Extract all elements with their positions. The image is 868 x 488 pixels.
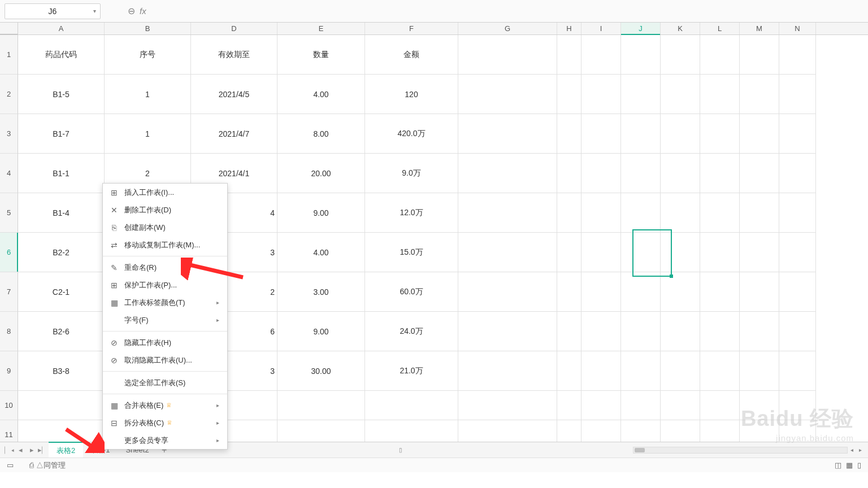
cell[interactable] <box>581 114 621 154</box>
cell[interactable]: 2021/4/5 <box>191 75 277 114</box>
row-header[interactable]: 6 <box>0 233 18 272</box>
cell[interactable] <box>621 75 661 114</box>
col-header-M[interactable]: M <box>740 23 779 34</box>
menu-item[interactable]: ⊘取消隐藏工作表(U)... <box>103 351 227 369</box>
select-all-corner[interactable] <box>0 23 18 34</box>
cell[interactable] <box>621 154 661 193</box>
hscroll-thumb[interactable] <box>635 448 645 452</box>
col-header-G[interactable]: G <box>458 23 557 34</box>
menu-item[interactable]: ⇄移动或复制工作表(M)... <box>103 236 227 254</box>
cell[interactable] <box>458 272 557 312</box>
cell[interactable] <box>581 35 621 75</box>
menu-item[interactable]: ▦工作表标签颜色(T)▸ <box>103 294 227 311</box>
cell[interactable] <box>458 154 557 193</box>
col-header-D[interactable]: D <box>191 23 277 34</box>
sheet-nav-prev-icon[interactable]: ◂ <box>15 446 26 454</box>
status-left-icon[interactable]: ▭ <box>7 461 14 469</box>
cell[interactable]: 4.00 <box>277 75 365 114</box>
sheet-nav-last-icon[interactable]: ▸⎸ <box>37 446 49 455</box>
fx-label[interactable]: fx <box>140 6 146 16</box>
cell[interactable]: 9.00 <box>277 193 365 233</box>
cell[interactable] <box>581 193 621 233</box>
cell[interactable] <box>458 233 557 272</box>
formula-input[interactable] <box>152 3 863 19</box>
cell[interactable]: 21.0万 <box>365 351 458 391</box>
cell[interactable] <box>458 351 557 391</box>
cell[interactable] <box>700 154 740 193</box>
col-header-E[interactable]: E <box>277 23 365 34</box>
cell[interactable] <box>621 114 661 154</box>
cell[interactable] <box>621 272 661 312</box>
cell[interactable] <box>458 75 557 114</box>
cell[interactable]: B1-7 <box>18 114 105 154</box>
cell[interactable] <box>740 351 779 391</box>
cell[interactable] <box>779 114 816 154</box>
cell[interactable] <box>700 351 740 391</box>
cell[interactable] <box>365 391 458 420</box>
cell[interactable]: 8.00 <box>277 114 365 154</box>
cell[interactable] <box>581 312 621 351</box>
menu-item[interactable]: ⊞插入工作表(I)... <box>103 184 227 201</box>
status-view-icon-2[interactable]: ▦ <box>846 461 853 469</box>
cell[interactable] <box>740 154 779 193</box>
row-header[interactable]: 10 <box>0 391 18 420</box>
menu-item[interactable]: ⊟拆分表格(C)♕▸ <box>103 414 227 432</box>
cell[interactable] <box>779 75 816 114</box>
cell[interactable] <box>581 233 621 272</box>
col-header-I[interactable]: I <box>581 23 621 34</box>
cell[interactable]: 12.0万 <box>365 193 458 233</box>
menu-item[interactable]: ✎重命名(R) <box>103 259 227 276</box>
cell[interactable]: 120 <box>365 75 458 114</box>
cell[interactable]: 9.0万 <box>365 154 458 193</box>
cell[interactable] <box>458 391 557 420</box>
cell[interactable]: 24.0万 <box>365 312 458 351</box>
cell[interactable]: 9.00 <box>277 312 365 351</box>
cell[interactable]: 有效期至 <box>191 35 277 75</box>
menu-item[interactable]: 更多会员专享▸ <box>103 432 227 449</box>
cell[interactable]: B1-4 <box>18 193 105 233</box>
menu-item[interactable]: ⊞保护工作表(P)... <box>103 276 227 294</box>
cell[interactable]: B1-1 <box>18 154 105 193</box>
cell[interactable] <box>661 35 700 75</box>
cell[interactable] <box>740 75 779 114</box>
cell[interactable] <box>277 391 365 420</box>
cell[interactable] <box>621 391 661 420</box>
cell[interactable] <box>621 351 661 391</box>
cell[interactable] <box>740 272 779 312</box>
cell[interactable]: 数量 <box>277 35 365 75</box>
cell[interactable] <box>18 391 105 420</box>
cell[interactable] <box>661 312 700 351</box>
cell[interactable] <box>581 272 621 312</box>
cell[interactable] <box>700 233 740 272</box>
cell[interactable] <box>621 193 661 233</box>
cell[interactable]: B2-6 <box>18 312 105 351</box>
cell[interactable] <box>740 35 779 75</box>
name-box[interactable] <box>5 3 101 19</box>
cell[interactable]: B3-8 <box>18 351 105 391</box>
cell[interactable] <box>557 193 581 233</box>
cell[interactable] <box>779 154 816 193</box>
cell[interactable] <box>700 272 740 312</box>
cell[interactable] <box>700 75 740 114</box>
cell[interactable] <box>557 391 581 420</box>
status-view-icon-3[interactable]: ▯ <box>857 461 861 469</box>
sheet-tab-active[interactable]: 表格2 <box>49 442 83 459</box>
cell[interactable] <box>740 391 779 420</box>
cell[interactable] <box>700 35 740 75</box>
cell[interactable] <box>661 75 700 114</box>
col-header-H[interactable]: H <box>557 23 581 34</box>
cell[interactable]: 1 <box>105 75 191 114</box>
cell[interactable] <box>458 114 557 154</box>
cell[interactable] <box>700 193 740 233</box>
row-header[interactable]: 7 <box>0 272 18 312</box>
status-manager[interactable]: ⎙ △同管理 <box>29 460 66 470</box>
cell[interactable]: 15.0万 <box>365 233 458 272</box>
cell[interactable]: 药品代码 <box>18 35 105 75</box>
cell[interactable]: 2021/4/7 <box>191 114 277 154</box>
cell[interactable] <box>700 312 740 351</box>
cell[interactable] <box>661 193 700 233</box>
cell[interactable] <box>661 114 700 154</box>
cell[interactable] <box>621 35 661 75</box>
menu-item[interactable]: 选定全部工作表(S) <box>103 374 227 391</box>
menu-item[interactable]: 字号(F)▸ <box>103 311 227 329</box>
